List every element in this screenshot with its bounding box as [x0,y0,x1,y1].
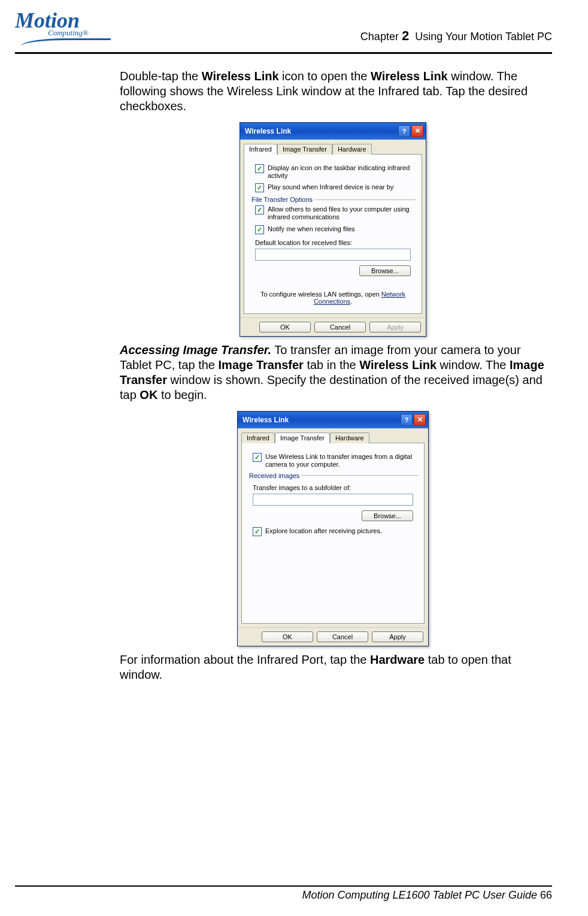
logo: Motion Computing® [15,12,111,49]
chk-label: Play sound when Infrared device is near … [268,183,393,191]
chk-label: Use Wireless Link to transfer images fro… [265,453,418,468]
chk-taskbar-icon[interactable]: ✓ Display an icon on the taskbar indicat… [255,164,416,180]
window-title: Wireless Link [245,127,291,135]
tab-infrared[interactable]: Infrared [244,144,277,155]
ok-button[interactable]: OK [259,322,311,332]
footer-text: Motion Computing LE1600 Tablet PC User G… [15,887,552,902]
group-file-transfer: File Transfer Options [251,196,416,203]
wireless-link-dialog-image-transfer: Wireless Link ? ✕ Infrared Image Transfe… [237,411,429,646]
logo-swoosh [21,38,111,46]
checkbox-icon[interactable]: ✓ [253,527,262,536]
dialog-button-bar: OK Cancel Apply [240,318,426,336]
chk-allow-send[interactable]: ✓ Allow others to send files to your com… [255,205,416,221]
subfolder-input[interactable] [253,494,413,506]
browse-button[interactable]: Browse... [359,265,411,276]
tab-body: ✓ Use Wireless Link to transfer images f… [241,443,425,624]
chapter-label: Chapter [360,31,399,43]
page-header: Motion Computing® Chapter 2 Using Your M… [15,12,552,52]
tab-image-transfer[interactable]: Image Transfer [275,433,330,443]
ok-button[interactable]: OK [262,631,313,642]
checkbox-icon[interactable]: ✓ [255,183,264,192]
group-received-images: Received images [249,472,418,479]
chk-label: Explore location after receiving picture… [265,527,382,535]
browse-button[interactable]: Browse... [362,510,413,521]
chk-label: Notify me when receiving files [268,225,355,233]
help-icon[interactable]: ? [401,414,413,426]
apply-button[interactable]: Apply [372,631,423,642]
lan-note: To configure wireless LAN settings, open… [253,291,413,305]
location-label: Default location for received files: [255,239,416,246]
hardware-note-paragraph: For information about the Infrared Port,… [120,652,546,682]
checkbox-icon[interactable]: ✓ [253,453,262,462]
chapter-number: 2 [402,28,409,43]
cancel-button[interactable]: Cancel [317,631,368,642]
header-rule [15,52,552,54]
tab-image-transfer[interactable]: Image Transfer [277,144,332,155]
titlebar[interactable]: Wireless Link ? ✕ [238,412,428,428]
chk-explore-location[interactable]: ✓ Explore location after receiving pictu… [253,527,418,536]
close-icon[interactable]: ✕ [414,414,426,426]
logo-sub: Computing® [48,28,111,38]
tab-body: ✓ Display an icon on the taskbar indicat… [244,154,422,314]
tab-strip: Infrared Image Transfer Hardware [238,428,428,443]
titlebar[interactable]: Wireless Link ? ✕ [240,123,426,140]
chk-use-wireless-link[interactable]: ✓ Use Wireless Link to transfer images f… [253,453,418,468]
chk-notify-receive[interactable]: ✓ Notify me when receiving files [255,225,416,234]
tab-strip: Infrared Image Transfer Hardware [240,140,426,154]
content-column: Double-tap the Wireless Link icon to ope… [120,69,546,682]
page-number: 66 [540,889,552,901]
chapter-heading: Chapter 2 Using Your Motion Tablet PC [360,28,552,49]
image-transfer-paragraph: Accessing Image Transfer. To transfer an… [120,343,546,403]
subfolder-label: Transfer images to a subfolder of: [253,484,418,491]
logo-main: Motion [15,12,111,29]
tab-hardware[interactable]: Hardware [332,144,372,155]
page-footer: Motion Computing LE1600 Tablet PC User G… [15,885,552,902]
dialog1-wrap: Wireless Link ? ✕ Infrared Image Transfe… [120,122,546,337]
dialog-button-bar: OK Cancel Apply [238,627,428,646]
dialog2-wrap: Wireless Link ? ✕ Infrared Image Transfe… [120,411,546,646]
checkbox-icon[interactable]: ✓ [255,225,264,234]
chk-label: Display an icon on the taskbar indicatin… [268,164,416,180]
location-input[interactable] [255,249,411,261]
chk-play-sound[interactable]: ✓ Play sound when Infrared device is nea… [255,183,416,192]
apply-button[interactable]: Apply [369,322,421,332]
chk-label: Allow others to send files to your compu… [268,205,416,221]
chapter-title: Using Your Motion Tablet PC [415,31,552,43]
wireless-link-dialog-infrared: Wireless Link ? ✕ Infrared Image Transfe… [240,122,426,337]
close-icon[interactable]: ✕ [411,125,423,137]
window-title: Wireless Link [243,416,289,424]
help-icon[interactable]: ? [398,125,410,137]
intro-paragraph: Double-tap the Wireless Link icon to ope… [120,69,546,114]
checkbox-icon[interactable]: ✓ [255,205,264,214]
tab-infrared[interactable]: Infrared [241,433,275,443]
checkbox-icon[interactable]: ✓ [255,164,264,173]
tab-hardware[interactable]: Hardware [330,433,369,443]
cancel-button[interactable]: Cancel [314,322,366,332]
